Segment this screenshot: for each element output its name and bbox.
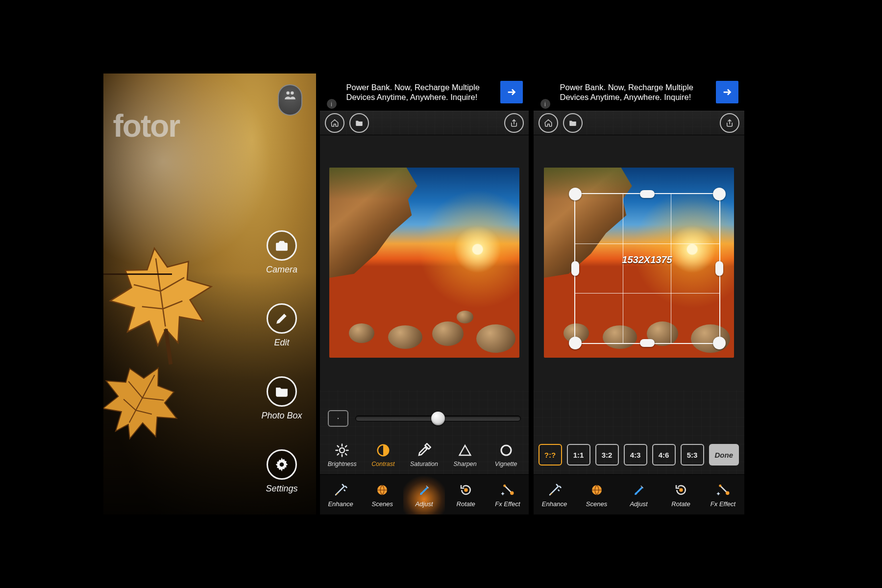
- canvas-area[interactable]: [320, 135, 529, 390]
- home-action-camera[interactable]: Camera: [266, 230, 297, 275]
- adjust-slider-row: [328, 407, 521, 430]
- crop-handle-e[interactable]: [715, 261, 723, 276]
- mode-adjust[interactable]: Adjust: [618, 475, 660, 514]
- crop-handle-ne[interactable]: [713, 188, 726, 200]
- ratio-5-3[interactable]: 5:3: [681, 444, 704, 466]
- ratio-1-1[interactable]: 1:1: [567, 444, 590, 466]
- adjust-brightness[interactable]: Brightness: [323, 442, 361, 467]
- rotate-icon: [459, 483, 473, 497]
- brand-logo: fotor: [113, 108, 180, 144]
- share-button[interactable]: [504, 113, 524, 133]
- crop-handle-sw[interactable]: [569, 337, 582, 349]
- brightness-icon: [335, 443, 349, 458]
- home-panel: fotor Camera Edit Photo Box Settings: [103, 74, 316, 514]
- brush-icon: [632, 483, 646, 497]
- open-button[interactable]: [349, 113, 369, 133]
- wand-icon: [547, 483, 562, 497]
- folder-icon: [274, 384, 289, 399]
- home-icon: [544, 119, 553, 127]
- fx-icon: [500, 483, 515, 497]
- home-action-label: Edit: [274, 338, 289, 348]
- ad-banner[interactable]: i Power Bank. Now, Recharge Multiple Dev…: [320, 74, 529, 111]
- mode-fxeffect[interactable]: Fx Effect: [702, 475, 744, 514]
- pencil-icon: [274, 311, 289, 326]
- mode-rotate[interactable]: Rotate: [660, 475, 702, 514]
- adjust-slider[interactable]: [355, 416, 521, 421]
- crop-dimensions: 1532X1375: [622, 254, 672, 265]
- folder-icon: [568, 119, 577, 127]
- editor-topbar: [320, 111, 529, 135]
- reset-icon: [335, 416, 341, 421]
- editor-pane-adjust: i Power Bank. Now, Recharge Multiple Dev…: [320, 74, 529, 514]
- share-icon: [725, 119, 734, 127]
- people-icon: [284, 90, 296, 100]
- photo-preview: [329, 168, 519, 358]
- ad-text: Power Bank. Now, Recharge Multiple Devic…: [560, 82, 707, 102]
- brush-icon: [417, 483, 432, 497]
- mode-tabs: Enhance Scenes Adjust Rotate Fx Effect: [534, 474, 744, 514]
- mode-rotate[interactable]: Rotate: [445, 475, 487, 514]
- ratio-free[interactable]: ?:?: [539, 444, 562, 466]
- crop-handle-se[interactable]: [713, 337, 726, 349]
- crop-handle-nw[interactable]: [569, 188, 582, 200]
- aspect-ratio-row: ?:? 1:1 3:2 4:3 4:6 5:3 Done: [534, 436, 744, 473]
- mode-tabs: Enhance Scenes Adjust Rotate Fx Effect: [320, 474, 529, 514]
- ratio-3-2[interactable]: 3:2: [595, 444, 619, 466]
- share-icon: [510, 119, 518, 127]
- info-icon[interactable]: i: [327, 99, 337, 109]
- adjust-tools-row: Brightness Contrast Saturation Sharpen V…: [320, 436, 529, 473]
- ad-text: Power Bank. Now, Recharge Multiple Devic…: [346, 82, 493, 102]
- arrow-right-icon: [506, 87, 517, 98]
- mode-adjust[interactable]: Adjust: [403, 475, 445, 514]
- ratio-4-6[interactable]: 4:6: [652, 444, 676, 466]
- scenes-icon: [589, 483, 604, 497]
- ad-banner[interactable]: i Power Bank. Now, Recharge Multiple Dev…: [534, 74, 744, 111]
- branch-decoration: [103, 273, 172, 275]
- gear-icon: [274, 457, 289, 472]
- home-action-settings[interactable]: Settings: [266, 449, 297, 494]
- home-action-label: Settings: [266, 484, 297, 494]
- wand-icon: [333, 483, 348, 497]
- home-action-edit[interactable]: Edit: [267, 303, 297, 348]
- editor-pane-crop: i Power Bank. Now, Recharge Multiple Dev…: [534, 74, 744, 514]
- adjust-contrast[interactable]: Contrast: [364, 442, 402, 467]
- share-button[interactable]: [720, 113, 739, 133]
- home-button[interactable]: [539, 113, 558, 133]
- home-action-label: Photo Box: [261, 411, 302, 421]
- contrast-icon: [376, 443, 391, 458]
- crop-frame[interactable]: 1532X1375: [574, 193, 720, 344]
- photo-preview: 1532X1375: [544, 168, 734, 358]
- editor-topbar: [534, 111, 744, 135]
- ratio-4-3[interactable]: 4:3: [624, 444, 647, 466]
- crop-done-button[interactable]: Done: [709, 444, 739, 466]
- camera-icon: [274, 238, 289, 253]
- home-button[interactable]: [325, 113, 344, 133]
- canvas-area[interactable]: 1532X1375: [534, 135, 744, 390]
- open-button[interactable]: [563, 113, 583, 133]
- ad-go-button[interactable]: [500, 81, 523, 103]
- dropper-icon: [416, 443, 431, 458]
- slider-reset-button[interactable]: [328, 410, 348, 427]
- crop-handle-w[interactable]: [571, 261, 579, 276]
- info-icon[interactable]: i: [540, 99, 550, 109]
- vignette-icon: [499, 443, 514, 458]
- adjust-saturation[interactable]: Saturation: [405, 442, 443, 467]
- slider-knob[interactable]: [431, 412, 445, 425]
- ad-go-button[interactable]: [716, 81, 738, 103]
- crop-handle-s[interactable]: [640, 339, 655, 347]
- mode-scenes[interactable]: Scenes: [362, 475, 403, 514]
- adjust-vignette[interactable]: Vignette: [487, 442, 525, 467]
- mode-enhance[interactable]: Enhance: [534, 475, 576, 514]
- home-icon: [330, 119, 339, 127]
- mode-fxeffect[interactable]: Fx Effect: [487, 475, 528, 514]
- community-button[interactable]: [278, 84, 302, 116]
- arrow-right-icon: [722, 87, 733, 98]
- sharpen-icon: [458, 443, 472, 458]
- home-action-photobox[interactable]: Photo Box: [261, 376, 302, 421]
- mode-scenes[interactable]: Scenes: [576, 475, 618, 514]
- mode-enhance[interactable]: Enhance: [320, 475, 362, 514]
- crop-handle-n[interactable]: [640, 190, 655, 198]
- adjust-sharpen[interactable]: Sharpen: [446, 442, 484, 467]
- scenes-icon: [375, 483, 390, 497]
- rotate-icon: [674, 483, 688, 497]
